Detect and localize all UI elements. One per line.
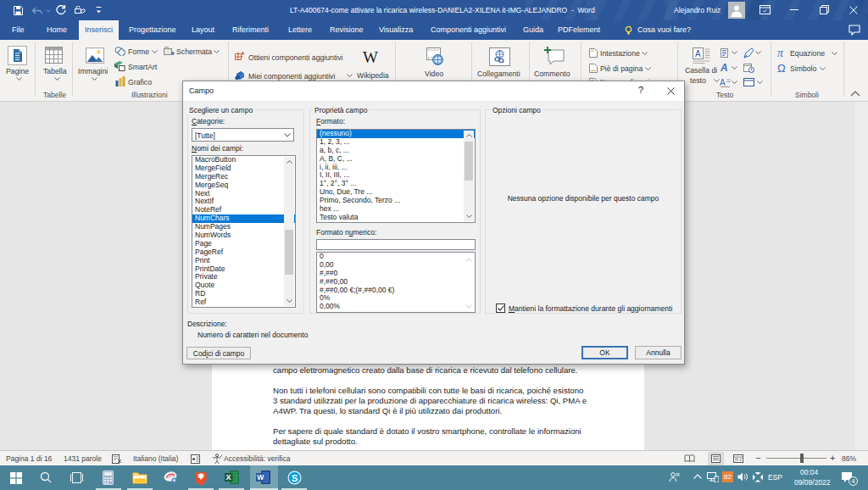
svg-text:S: S [292,473,298,483]
svg-text:A: A [720,78,726,87]
svg-text:W: W [257,473,264,482]
svg-text:R: R [676,472,681,477]
svg-text:X: X [226,473,231,482]
svg-text:A: A [695,49,701,58]
